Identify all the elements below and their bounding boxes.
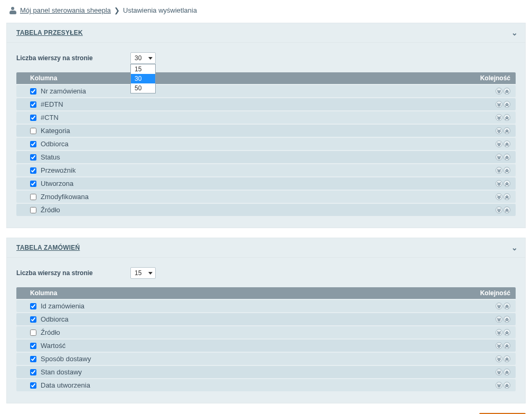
move-down-button[interactable]	[496, 101, 502, 108]
column-checkbox[interactable]	[30, 181, 36, 187]
rows-per-page-select[interactable]: 15	[130, 267, 156, 279]
dropdown-option[interactable]: 30	[131, 74, 155, 83]
move-up-button[interactable]	[504, 127, 510, 134]
column-label: Wartość	[41, 342, 65, 350]
chevron-down-icon	[148, 272, 153, 275]
column-label: Sposób dostawy	[41, 355, 91, 363]
move-down-button[interactable]	[496, 114, 502, 121]
column-checkbox[interactable]	[30, 303, 36, 309]
move-up-button[interactable]	[504, 382, 510, 389]
dropdown-option[interactable]: 50	[131, 83, 155, 93]
move-up-button[interactable]	[504, 88, 510, 95]
rows-per-page-dropdown[interactable]: 153050	[130, 64, 156, 93]
column-header-name: Kolumna	[30, 289, 57, 297]
move-down-button[interactable]	[496, 382, 502, 389]
column-checkbox[interactable]	[30, 343, 36, 349]
rows-per-page-label: Liczba wierszy na stronie	[16, 269, 122, 277]
column-checkbox[interactable]	[30, 207, 36, 213]
move-up-button[interactable]	[504, 167, 510, 174]
move-down-button[interactable]	[496, 88, 502, 95]
column-row: Źródło	[16, 204, 516, 216]
column-row: Nr zamówienia	[16, 85, 516, 97]
move-down-button[interactable]	[496, 167, 502, 174]
move-down-button[interactable]	[496, 329, 502, 336]
column-label: Status	[41, 153, 60, 161]
rows-per-page-value: 15	[135, 269, 141, 277]
move-down-button[interactable]	[496, 369, 502, 375]
column-label: Stan dostawy	[41, 368, 82, 376]
column-row: Sposób dostawy	[16, 353, 516, 365]
column-row: Status	[16, 151, 516, 163]
panel-title: TABELA PRZESYŁEK	[16, 29, 83, 36]
column-row: Wartość	[16, 340, 516, 352]
move-up-button[interactable]	[504, 154, 510, 161]
column-label: Zmodyfikowana	[41, 193, 89, 201]
dropdown-option[interactable]: 15	[131, 64, 155, 74]
move-down-button[interactable]	[496, 180, 502, 187]
breadcrumb-current: Ustawienia wyświetlania	[123, 6, 197, 14]
move-down-button[interactable]	[496, 303, 502, 309]
user-icon	[10, 7, 17, 14]
move-down-button[interactable]	[496, 154, 502, 161]
column-checkbox[interactable]	[30, 330, 36, 336]
column-row: Zmodyfikowana	[16, 191, 516, 203]
move-up-button[interactable]	[504, 193, 510, 200]
column-checkbox[interactable]	[30, 369, 36, 375]
move-up-button[interactable]	[504, 342, 510, 349]
column-header-order: Kolejność	[480, 289, 510, 297]
column-checkbox[interactable]	[30, 194, 36, 200]
column-label: Nr zamówienia	[41, 87, 86, 95]
column-checkbox[interactable]	[30, 88, 36, 95]
move-down-button[interactable]	[496, 342, 502, 349]
move-down-button[interactable]	[496, 316, 502, 323]
move-down-button[interactable]	[496, 140, 502, 147]
column-checkbox[interactable]	[30, 316, 36, 323]
column-row: Źródło	[16, 326, 516, 338]
rows-per-page-select[interactable]: 30	[130, 52, 156, 64]
rows-per-page-label: Liczba wierszy na stronie	[16, 54, 122, 62]
collapse-icon[interactable]: ⌄	[511, 243, 518, 252]
column-checkbox[interactable]	[30, 141, 36, 147]
column-label: Źródło	[41, 206, 60, 214]
column-checkbox[interactable]	[30, 101, 36, 108]
column-label: Data utworzenia	[41, 381, 90, 389]
move-up-button[interactable]	[504, 206, 510, 213]
move-up-button[interactable]	[504, 101, 510, 108]
breadcrumb: Mój panel sterowania sheepla ❯ Ustawieni…	[6, 4, 526, 17]
breadcrumb-home-link[interactable]: Mój panel sterowania sheepla	[20, 6, 111, 14]
column-checkbox[interactable]	[30, 167, 36, 174]
move-up-button[interactable]	[504, 316, 510, 323]
column-label: Źródło	[41, 328, 60, 336]
column-label: Odbiorca	[41, 140, 69, 148]
column-checkbox[interactable]	[30, 356, 36, 362]
column-row: Stan dostawy	[16, 366, 516, 378]
panel-title: TABELA ZAMÓWIEŃ	[16, 244, 80, 251]
column-checkbox[interactable]	[30, 115, 36, 121]
column-header-order: Kolejność	[480, 74, 510, 82]
column-label: Utworzona	[41, 180, 73, 187]
column-row: Data utworzenia	[16, 379, 516, 391]
column-header-name: Kolumna	[30, 74, 57, 82]
column-checkbox[interactable]	[30, 382, 36, 389]
column-row: Id zamówienia	[16, 300, 516, 312]
collapse-icon[interactable]: ⌄	[511, 29, 518, 37]
move-down-button[interactable]	[496, 206, 502, 213]
column-checkbox[interactable]	[30, 154, 36, 161]
move-up-button[interactable]	[504, 369, 510, 375]
move-up-button[interactable]	[504, 140, 510, 147]
column-row: Odbiorca	[16, 313, 516, 325]
column-row: Przewoźnik	[16, 164, 516, 176]
column-label: Id zamówienia	[41, 302, 84, 310]
move-up-button[interactable]	[504, 355, 510, 362]
move-down-button[interactable]	[496, 127, 502, 134]
move-up-button[interactable]	[504, 114, 510, 121]
move-down-button[interactable]	[496, 355, 502, 362]
column-checkbox[interactable]	[30, 128, 36, 134]
move-up-button[interactable]	[504, 329, 510, 336]
move-up-button[interactable]	[504, 303, 510, 309]
move-up-button[interactable]	[504, 180, 510, 187]
move-down-button[interactable]	[496, 193, 502, 200]
rows-per-page-value: 30	[135, 54, 141, 62]
column-label: Kategoria	[41, 127, 70, 135]
chevron-right-icon: ❯	[114, 6, 120, 14]
